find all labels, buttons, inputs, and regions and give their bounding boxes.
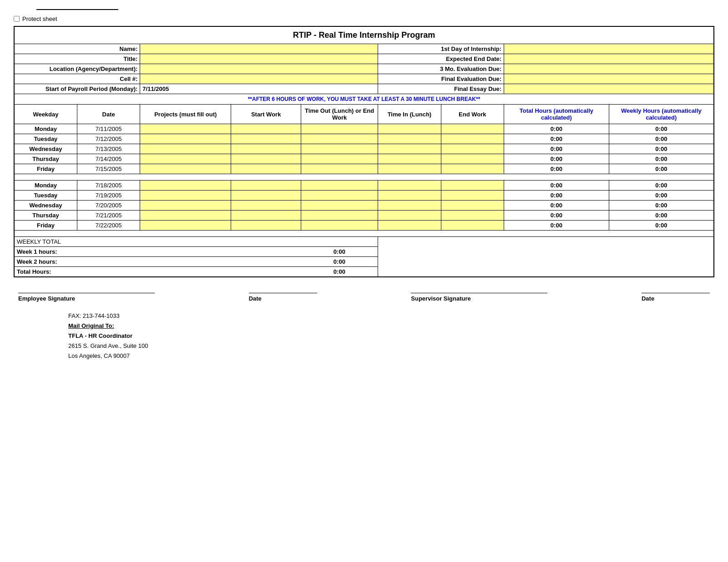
location-input[interactable] [140, 64, 378, 74]
end-tuesday-1[interactable] [441, 134, 504, 144]
date-monday-1: 7/11/2005 [77, 124, 140, 134]
end-wednesday-1[interactable] [441, 144, 504, 154]
supervisor-sig-block: Supervisor Signature [411, 291, 547, 302]
weekly-total-header-row: WEEKLY TOTAL [14, 237, 714, 247]
projects-wednesday-2[interactable] [140, 201, 231, 211]
projects-monday-1[interactable] [140, 124, 231, 134]
timein-tuesday-1[interactable] [378, 134, 441, 144]
day-wednesday-2: Wednesday [14, 201, 77, 211]
total-tuesday-2: 0:00 [504, 191, 609, 201]
timein-friday-2[interactable] [378, 221, 441, 231]
timeout-monday-2[interactable] [301, 181, 378, 191]
expected-end-input[interactable] [504, 54, 714, 64]
week2-thursday: Thursday 7/21/2005 0:00 0:00 [14, 211, 714, 221]
start-thursday-2[interactable] [231, 211, 301, 221]
timein-wednesday-1[interactable] [378, 144, 441, 154]
final-eval-input[interactable] [504, 74, 714, 84]
timeout-wednesday-2[interactable] [301, 201, 378, 211]
first-day-input[interactable] [504, 44, 714, 54]
protect-sheet-row: Protect sheet [14, 15, 714, 22]
timeout-friday-2[interactable] [301, 221, 378, 231]
end-tuesday-2[interactable] [441, 191, 504, 201]
projects-friday-1[interactable] [140, 164, 231, 174]
end-friday-1[interactable] [441, 164, 504, 174]
week2-hours-value: 0:00 [301, 257, 378, 267]
timeout-tuesday-1[interactable] [301, 134, 378, 144]
mail-label: Mail Original To: [68, 321, 714, 331]
date-tuesday-1: 7/12/2005 [77, 134, 140, 144]
timein-friday-1[interactable] [378, 164, 441, 174]
address2: Los Angeles, CA 90007 [68, 351, 714, 361]
start-friday-1[interactable] [231, 164, 301, 174]
total-wednesday-1: 0:00 [504, 144, 609, 154]
start-tuesday-2[interactable] [231, 191, 301, 201]
projects-thursday-1[interactable] [140, 154, 231, 164]
timeout-wednesday-1[interactable] [301, 144, 378, 154]
start-monday-1[interactable] [231, 124, 301, 134]
date-tuesday-2: 7/19/2005 [77, 191, 140, 201]
timein-wednesday-2[interactable] [378, 201, 441, 211]
start-monday-2[interactable] [231, 181, 301, 191]
timein-thursday-1[interactable] [378, 154, 441, 164]
week2-friday: Friday 7/22/2005 0:00 0:00 [14, 221, 714, 231]
total-thursday-1: 0:00 [504, 154, 609, 164]
title-input[interactable] [140, 54, 378, 64]
address1: 2615 S. Grand Ave., Suite 100 [68, 341, 714, 351]
day-tuesday-2: Tuesday [14, 191, 77, 201]
first-day-label: 1st Day of Internship: [378, 44, 504, 54]
projects-monday-2[interactable] [140, 181, 231, 191]
sup-date-line [642, 293, 710, 293]
payroll-label: Start of Payroll Period (Monday): [14, 84, 140, 94]
weekly-wednesday-1: 0:00 [609, 144, 714, 154]
fax-line: FAX: 213-744-1033 [68, 311, 714, 321]
eval-3mo-input[interactable] [504, 64, 714, 74]
end-wednesday-2[interactable] [441, 201, 504, 211]
total-monday-1: 0:00 [504, 124, 609, 134]
timeout-monday-1[interactable] [301, 124, 378, 134]
sup-date-label: Date [642, 295, 710, 302]
timeout-tuesday-2[interactable] [301, 191, 378, 201]
timeout-thursday-2[interactable] [301, 211, 378, 221]
projects-thursday-2[interactable] [140, 211, 231, 221]
end-monday-1[interactable] [441, 124, 504, 134]
projects-friday-2[interactable] [140, 221, 231, 231]
supervisor-sig-line [411, 293, 547, 293]
weekly-thursday-2: 0:00 [609, 211, 714, 221]
end-thursday-1[interactable] [441, 154, 504, 164]
projects-tuesday-1[interactable] [140, 134, 231, 144]
final-essay-input[interactable] [504, 84, 714, 94]
total-hours-label: Total Hours: [14, 267, 301, 277]
week2-monday: Monday 7/18/2005 0:00 0:00 [14, 181, 714, 191]
title-row: RTIP - Real Time Internship Program [14, 26, 714, 44]
week1-hours-label: Week 1 hours: [14, 247, 301, 257]
cell-input[interactable] [140, 74, 378, 84]
day-thursday-2: Thursday [14, 211, 77, 221]
day-friday-2: Friday [14, 221, 77, 231]
week1-wednesday: Wednesday 7/13/2005 0:00 0:00 [14, 144, 714, 154]
date-thursday-2: 7/21/2005 [77, 211, 140, 221]
start-friday-2[interactable] [231, 221, 301, 231]
start-tuesday-1[interactable] [231, 134, 301, 144]
end-friday-2[interactable] [441, 221, 504, 231]
day-thursday-1: Thursday [14, 154, 77, 164]
projects-wednesday-1[interactable] [140, 144, 231, 154]
projects-tuesday-2[interactable] [140, 191, 231, 201]
timein-thursday-2[interactable] [378, 211, 441, 221]
warning-text: **AFTER 6 HOURS OF WORK, YOU MUST TAKE A… [14, 94, 714, 105]
protect-sheet-checkbox[interactable] [14, 16, 20, 22]
weekly-thursday-1: 0:00 [609, 154, 714, 164]
title-bar-line [36, 9, 118, 10]
start-wednesday-1[interactable] [231, 144, 301, 154]
date-wednesday-1: 7/13/2005 [77, 144, 140, 154]
name-input[interactable] [140, 44, 378, 54]
end-monday-2[interactable] [441, 181, 504, 191]
start-thursday-1[interactable] [231, 154, 301, 164]
timein-monday-1[interactable] [378, 124, 441, 134]
total-hours-row: Total Hours: 0:00 [14, 267, 714, 277]
end-thursday-2[interactable] [441, 211, 504, 221]
timein-tuesday-2[interactable] [378, 191, 441, 201]
timeout-thursday-1[interactable] [301, 154, 378, 164]
start-wednesday-2[interactable] [231, 201, 301, 211]
timein-monday-2[interactable] [378, 181, 441, 191]
timeout-friday-1[interactable] [301, 164, 378, 174]
